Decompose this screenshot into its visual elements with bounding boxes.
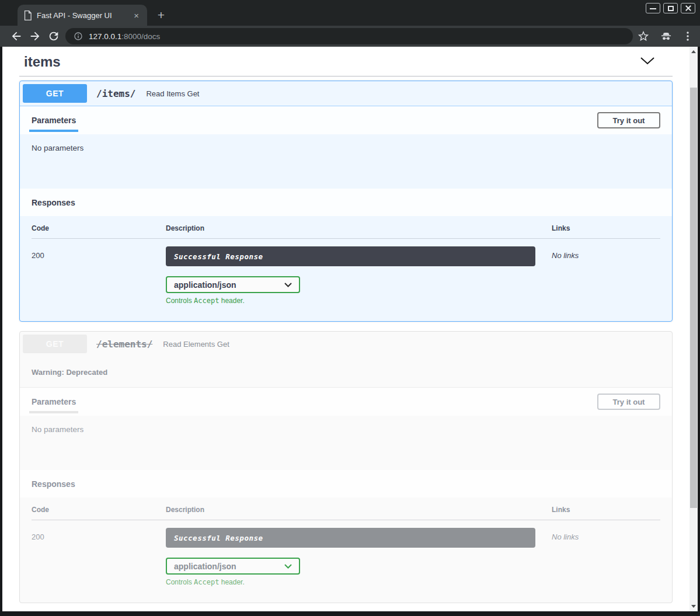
media-type-value: application/json — [174, 280, 236, 290]
col-code: Code — [32, 224, 166, 238]
col-links: Links — [552, 224, 660, 238]
url-text: 127.0.0.1:8000/docs — [89, 31, 160, 41]
op-summary-text: Read Items Get — [146, 89, 199, 98]
url-host: 127.0.0.1 — [89, 32, 121, 41]
col-description: Description — [166, 506, 552, 520]
responses-label: Responses — [32, 479, 75, 489]
browser-toolbar: 127.0.0.1:8000/docs — [0, 26, 700, 47]
method-badge: GET — [23, 335, 87, 353]
media-type-select[interactable]: application/json — [166, 276, 300, 293]
responses-label: Responses — [32, 198, 75, 207]
scroll-up-icon[interactable] — [689, 47, 698, 56]
no-parameters-text: No parameters — [32, 144, 83, 152]
op-tab-header: Parameters Try it out — [20, 106, 672, 134]
response-links: No links — [552, 528, 660, 586]
response-description-text: Successful Response — [174, 534, 263, 542]
op-path: /elements/ — [96, 339, 152, 350]
media-type-select[interactable]: application/json — [166, 558, 300, 575]
responses-body: Code Description Links 200 Successful Re… — [20, 216, 672, 321]
controls-accept-note: Controls Accept header. — [166, 578, 552, 586]
section-title: items — [24, 54, 61, 70]
responses-table-head: Code Description Links — [32, 224, 660, 239]
response-description-box: Successful Response — [166, 246, 535, 266]
response-description-text: Successful Response — [174, 252, 263, 261]
scrollbar-thumb[interactable] — [690, 88, 697, 508]
op-summary-text: Read Elements Get — [163, 340, 229, 349]
back-icon[interactable] — [10, 30, 23, 43]
col-description: Description — [166, 224, 552, 238]
browser-tab-strip: Fast API - Swagger UI × + — [0, 0, 700, 26]
select-chevron-icon — [284, 564, 292, 569]
url-path: :8000/docs — [121, 32, 160, 41]
new-tab-button[interactable]: + — [153, 7, 169, 23]
site-info-icon[interactable] — [74, 32, 83, 41]
media-type-value: application/json — [174, 562, 236, 571]
tab-parameters[interactable]: Parameters — [29, 389, 78, 415]
tab-close-icon[interactable]: × — [131, 10, 141, 21]
try-it-out-button[interactable]: Try it out — [597, 394, 660, 410]
no-parameters-text: No parameters — [32, 425, 83, 434]
forward-icon[interactable] — [29, 30, 41, 43]
vertical-scrollbar[interactable] — [689, 47, 698, 611]
opblock-get-items: GET /items/ Read Items Get Parameters Tr… — [19, 81, 673, 322]
response-links: No links — [552, 246, 660, 305]
page-favicon-icon — [23, 11, 32, 20]
response-row: 200 Successful Response application/json… — [32, 520, 660, 586]
window-controls — [646, 3, 695, 13]
parameters-body: No parameters — [20, 134, 672, 189]
select-chevron-icon — [284, 283, 292, 287]
reload-icon[interactable] — [47, 30, 60, 43]
deprecated-warning: Warning: Deprecated — [20, 356, 672, 388]
op-summary-row[interactable]: GET /items/ Read Items Get — [20, 81, 672, 106]
response-code: 200 — [32, 528, 166, 586]
response-row: 200 Successful Response application/json… — [32, 239, 660, 305]
menu-kebab-icon[interactable] — [681, 30, 694, 43]
op-path: /items/ — [96, 88, 135, 99]
method-badge: GET — [23, 84, 87, 103]
responses-header: Responses — [20, 470, 672, 497]
parameters-body: No parameters — [20, 416, 672, 470]
response-code: 200 — [32, 246, 166, 305]
response-description-cell: Successful Response application/json Con… — [166, 246, 552, 305]
responses-table-head: Code Description Links — [32, 506, 660, 520]
col-links: Links — [552, 506, 660, 520]
tab-parameters[interactable]: Parameters — [29, 107, 78, 133]
op-tab-header: Parameters Try it out — [20, 388, 672, 416]
col-code: Code — [32, 506, 166, 520]
window-minimize-button[interactable] — [646, 3, 660, 13]
response-description-box: Successful Response — [166, 528, 535, 548]
tag-section-header[interactable]: items — [19, 51, 673, 76]
window-close-button[interactable] — [681, 3, 695, 13]
responses-body: Code Description Links 200 Successful Re… — [20, 497, 672, 603]
page-content: items GET /items/ Read Items Get Paramet… — [2, 47, 689, 611]
scroll-down-icon[interactable] — [689, 602, 698, 611]
chevron-down-icon[interactable] — [640, 57, 669, 67]
opblock-get-elements-deprecated: GET /elements/ Read Elements Get Warning… — [19, 331, 673, 603]
op-summary-row[interactable]: GET /elements/ Read Elements Get — [20, 332, 672, 356]
browser-tab[interactable]: Fast API - Swagger UI × — [18, 5, 147, 26]
bookmark-star-icon[interactable] — [637, 30, 650, 43]
incognito-icon[interactable] — [660, 30, 673, 43]
response-description-cell: Successful Response application/json Con… — [166, 528, 552, 586]
window-maximize-button[interactable] — [663, 3, 678, 13]
try-it-out-button[interactable]: Try it out — [597, 112, 660, 128]
address-bar[interactable]: 127.0.0.1:8000/docs — [65, 28, 633, 44]
tab-title: Fast API - Swagger UI — [37, 11, 127, 20]
controls-accept-note: Controls Accept header. — [166, 297, 552, 305]
responses-header: Responses — [20, 189, 672, 216]
